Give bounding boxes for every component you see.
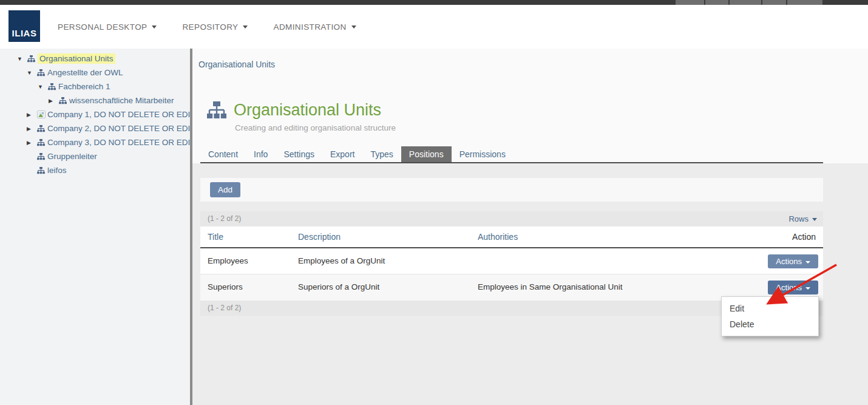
cell-description: Employees of a OrgUnit (298, 248, 385, 274)
orgunit-icon (37, 139, 47, 146)
tab-bar: Content Info Settings Export Types Posit… (200, 146, 514, 162)
expand-open-icon[interactable]: ▼ (38, 84, 48, 90)
orgunit-icon (48, 83, 58, 90)
actions-label: Actions (776, 283, 802, 292)
expand-closed-icon[interactable]: ▶ (27, 112, 37, 118)
tree-item-company-3[interactable]: ▶ Company 3, DO NOT DELETE OR EDIT!!! (0, 135, 190, 149)
tree-item-label[interactable]: Angestellte der OWL (47, 68, 123, 77)
chevron-down-icon (351, 26, 356, 29)
add-button[interactable]: Add (210, 182, 240, 197)
cell-title: Superiors (208, 274, 243, 300)
column-header-description[interactable]: Description (298, 226, 341, 247)
orgunit-icon (59, 97, 69, 104)
tree-item-label[interactable]: Fachbereich 1 (58, 82, 110, 91)
menu-item-delete[interactable]: Delete (722, 316, 818, 332)
tree-item-fachbereich-1[interactable]: ▼ Fachbereich 1 (0, 80, 190, 94)
tree-item-leifos[interactable]: ▶ leifos (0, 163, 190, 177)
actions-menu: Edit Delete (721, 296, 819, 336)
pagination-range: (1 - 2 of 2) (208, 301, 241, 316)
chevron-down-icon (812, 218, 817, 221)
pagination-range: (1 - 2 of 2) (208, 211, 241, 226)
nav-repository[interactable]: REPOSITORY (182, 22, 248, 32)
tab-types[interactable]: Types (362, 146, 401, 162)
table-header-row: Title Description Authorities Action (200, 226, 823, 248)
tree-item-organisational-units[interactable]: ▼ Organisational Units (0, 52, 190, 66)
chevron-down-icon (152, 26, 157, 29)
rows-dropdown[interactable]: Rows (788, 211, 817, 226)
tree-item-label[interactable]: Gruppenleiter (47, 152, 97, 161)
tab-permissions[interactable]: Permissions (452, 146, 514, 162)
column-header-authorities[interactable]: Authorities (478, 226, 518, 247)
tree-item-label[interactable]: Company 1, DO NOT DELETE OR EDIT!!! (47, 110, 190, 119)
tree-item-gruppenleiter[interactable]: ▶ Gruppenleiter (0, 149, 190, 163)
nav-label: ADMINISTRATION (273, 22, 346, 32)
chevron-down-icon (805, 287, 810, 290)
orgunit-icon (37, 69, 47, 77)
actions-label: Actions (776, 257, 802, 266)
strip-segment (787, 0, 822, 5)
page-subtitle: Creating and editing organisational stru… (235, 123, 396, 132)
strip-segment (705, 0, 728, 5)
tree-item-label[interactable]: Company 3, DO NOT DELETE OR EDIT!!! (47, 138, 190, 147)
table-row-employees: Employees Employees of a OrgUnit Actions (200, 248, 823, 274)
tree-sidebar: ▼ Organisational Units ▼ Angestellte der… (0, 49, 190, 405)
tree-item-company-2[interactable]: ▶ Company 2, DO NOT DELETE OR EDIT!!! (0, 121, 190, 135)
cell-description: Superiors of a OrgUnit (298, 274, 379, 300)
cell-authorities: Employees in Same Organisational Unit (478, 274, 623, 300)
actions-dropdown-button-open[interactable]: Actions (768, 281, 818, 294)
tree-item-angestellte-der-owl[interactable]: ▼ Angestellte der OWL (0, 66, 190, 80)
main-nav: PERSONAL DESKTOP REPOSITORY ADMINISTRATI… (58, 5, 356, 49)
tab-content[interactable]: Content (200, 146, 246, 162)
breadcrumb[interactable]: Organisational Units (198, 60, 275, 69)
orgunit-icon (37, 125, 47, 132)
tab-export[interactable]: Export (322, 146, 362, 162)
tree-item-label[interactable]: wissenschaftliche Mitarbeiter (69, 96, 174, 105)
browser-strip (0, 0, 868, 5)
tab-info[interactable]: Info (246, 146, 276, 162)
actions-dropdown-button[interactable]: Actions (768, 254, 818, 268)
nav-label: REPOSITORY (182, 22, 238, 32)
expand-open-icon[interactable]: ▼ (27, 70, 37, 76)
column-header-title[interactable]: Title (208, 226, 223, 247)
chevron-down-icon (805, 261, 810, 264)
strip-segment (676, 0, 704, 5)
rows-label: Rows (788, 214, 809, 223)
expand-closed-icon[interactable]: ▶ (49, 98, 59, 104)
orgunit-icon (27, 55, 38, 63)
tree-item-label[interactable]: Company 2, DO NOT DELETE OR EDIT!!! (47, 124, 190, 133)
page-title: Organisational Units (234, 101, 381, 120)
tab-positions[interactable]: Positions (401, 146, 452, 162)
category-image-icon (37, 111, 47, 118)
nav-personal-desktop[interactable]: PERSONAL DESKTOP (58, 22, 157, 32)
tree-item-company-1[interactable]: ▶ Company 1, DO NOT DELETE OR EDIT!!! (0, 107, 190, 121)
column-header-action: Action (792, 226, 816, 247)
expand-closed-icon[interactable]: ▶ (27, 126, 37, 132)
ilias-orgunits-page: ILIAS PERSONAL DESKTOP REPOSITORY ADMINI… (0, 0, 868, 405)
ilias-logo[interactable]: ILIAS (8, 10, 40, 42)
tree-item-wissenschaftliche-mitarbeiter[interactable]: ▶ wissenschaftliche Mitarbeiter (0, 94, 190, 107)
tree-item-label[interactable]: Organisational Units (38, 53, 115, 64)
table-pagination-top: (1 - 2 of 2) Rows (200, 211, 823, 226)
expand-closed-icon[interactable]: ▶ (27, 140, 37, 146)
orgunit-header-icon (206, 101, 227, 122)
menu-item-edit[interactable]: Edit (722, 301, 818, 316)
toolbar: Add (200, 178, 823, 202)
tab-settings[interactable]: Settings (276, 146, 322, 162)
expand-open-icon[interactable]: ▼ (17, 56, 27, 62)
nav-label: PERSONAL DESKTOP (58, 22, 147, 32)
tab-underline (200, 162, 823, 163)
orgunit-icon (37, 153, 47, 160)
orgunit-icon (37, 167, 47, 174)
cell-title: Employees (208, 248, 248, 274)
tree-item-label[interactable]: leifos (47, 166, 67, 175)
nav-administration[interactable]: ADMINISTRATION (273, 22, 356, 32)
strip-segment (762, 0, 786, 5)
top-header: ILIAS PERSONAL DESKTOP REPOSITORY ADMINI… (0, 5, 868, 49)
chevron-down-icon (243, 26, 248, 29)
strip-segment (730, 0, 761, 5)
